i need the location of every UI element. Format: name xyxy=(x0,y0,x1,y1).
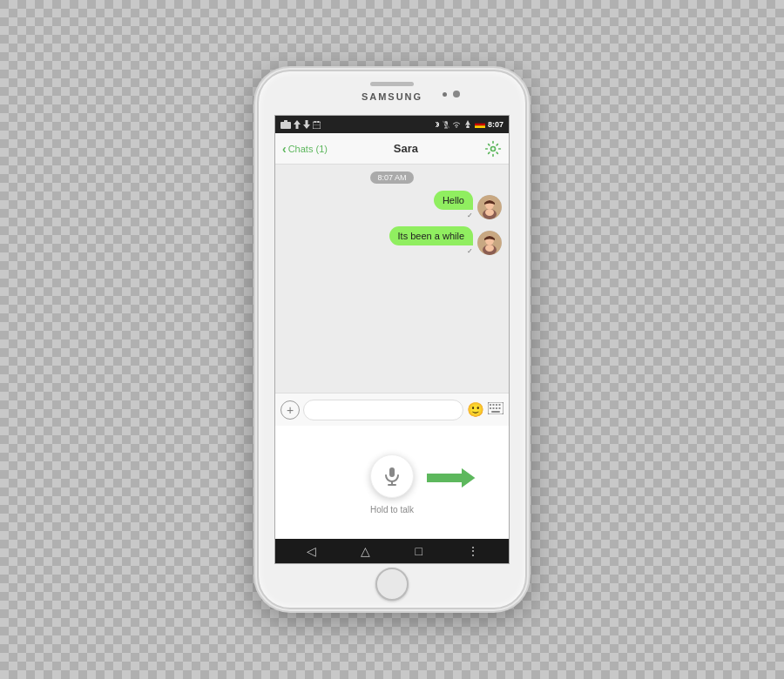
user-avatar-svg-2 xyxy=(477,231,502,255)
nav-bar: ◁ △ □ ⋮ xyxy=(275,539,510,563)
svg-marker-2 xyxy=(294,120,301,129)
message-bubble-1: Hello xyxy=(434,191,473,210)
add-icon: + xyxy=(287,403,294,417)
arrow-indicator xyxy=(417,462,478,497)
svg-rect-28 xyxy=(499,404,501,406)
app-header: ‹ Chats (1) Sara xyxy=(275,133,509,165)
green-arrow-svg xyxy=(417,462,478,494)
svg-rect-30 xyxy=(493,407,495,409)
emoji-button[interactable]: 🙂 xyxy=(467,401,484,418)
airplane-icon xyxy=(463,120,472,129)
svg-rect-6 xyxy=(318,121,320,123)
home-nav-button[interactable]: △ xyxy=(361,544,370,558)
chat-area: 8:07 AM Hello ✓ xyxy=(275,165,509,393)
svg-rect-32 xyxy=(499,407,501,409)
speaker-grille xyxy=(370,82,414,86)
keyboard-icon xyxy=(488,402,504,414)
svg-rect-4 xyxy=(313,122,321,129)
phone-screen: 8:07 ‹ Chats (1) Sara 8:07 AM Hello xyxy=(274,115,510,564)
check-mark-2: ✓ xyxy=(467,247,473,255)
back-label: Chats (1) xyxy=(288,144,328,154)
check-mark-1: ✓ xyxy=(467,212,473,219)
phone-top: SAMSUNG xyxy=(259,71,525,115)
svg-rect-27 xyxy=(496,404,497,406)
svg-rect-12 xyxy=(475,121,485,124)
user-avatar-svg-1 xyxy=(477,195,502,219)
flag-icon xyxy=(475,121,485,128)
message-text-1: Hello xyxy=(443,195,464,205)
svg-rect-34 xyxy=(389,467,395,477)
chat-title: Sara xyxy=(394,142,418,155)
svg-rect-31 xyxy=(496,407,497,409)
mic-button[interactable] xyxy=(370,454,414,498)
phone-bottom xyxy=(259,564,525,608)
svg-marker-3 xyxy=(303,120,310,129)
phone-device: SAMSUNG xyxy=(257,70,527,609)
svg-rect-13 xyxy=(475,124,485,126)
svg-rect-26 xyxy=(493,404,495,406)
upload-icon xyxy=(294,120,301,129)
message-bubble-2: Its been a while xyxy=(389,226,473,245)
avatar-1 xyxy=(477,195,502,219)
svg-rect-29 xyxy=(490,407,491,409)
voice-area: Hold to talk xyxy=(275,426,509,539)
bluetooth-icon xyxy=(435,120,440,129)
add-button[interactable]: + xyxy=(280,400,300,420)
recents-nav-button[interactable]: □ xyxy=(415,544,422,558)
timestamp-badge: 8:07 AM xyxy=(370,171,413,184)
svg-rect-0 xyxy=(280,122,291,129)
home-button[interactable] xyxy=(375,568,409,601)
sensor xyxy=(443,92,447,97)
status-time: 8:07 xyxy=(488,120,504,129)
hold-to-talk-label: Hold to talk xyxy=(370,505,414,514)
front-camera xyxy=(453,91,460,97)
avatar-2 xyxy=(477,231,502,255)
settings-icon[interactable] xyxy=(484,140,502,158)
more-nav-button[interactable]: ⋮ xyxy=(467,544,479,558)
svg-rect-14 xyxy=(475,125,485,128)
svg-rect-1 xyxy=(284,120,287,122)
status-bar-right: 8:07 xyxy=(435,120,504,129)
mute-icon xyxy=(443,120,449,129)
message-row-2: Its been a while ✓ xyxy=(282,226,502,255)
message-text-2: Its been a while xyxy=(398,231,464,241)
svg-point-23 xyxy=(485,245,494,252)
microphone-icon xyxy=(382,466,402,487)
back-nav-button[interactable]: ◁ xyxy=(307,544,316,558)
svg-marker-37 xyxy=(426,467,476,489)
keyboard-button[interactable] xyxy=(488,402,504,418)
message-input[interactable] xyxy=(303,400,463,420)
back-button[interactable]: ‹ Chats (1) xyxy=(282,142,328,156)
svg-rect-33 xyxy=(491,411,500,413)
status-icons-left xyxy=(280,120,321,129)
svg-point-15 xyxy=(491,146,496,151)
svg-point-19 xyxy=(485,209,494,216)
calendar-icon xyxy=(313,121,321,129)
svg-rect-25 xyxy=(490,404,491,406)
chevron-left-icon: ‹ xyxy=(282,142,287,156)
screenshot-icon xyxy=(280,120,291,129)
svg-rect-7 xyxy=(314,124,320,125)
brand-logo: SAMSUNG xyxy=(362,91,422,102)
input-area: + 🙂 xyxy=(275,393,509,426)
svg-rect-5 xyxy=(314,121,316,123)
wifi-icon xyxy=(452,121,461,128)
message-row-1: Hello ✓ xyxy=(282,191,502,219)
status-bar: 8:07 xyxy=(275,116,509,133)
download-icon xyxy=(303,120,310,129)
